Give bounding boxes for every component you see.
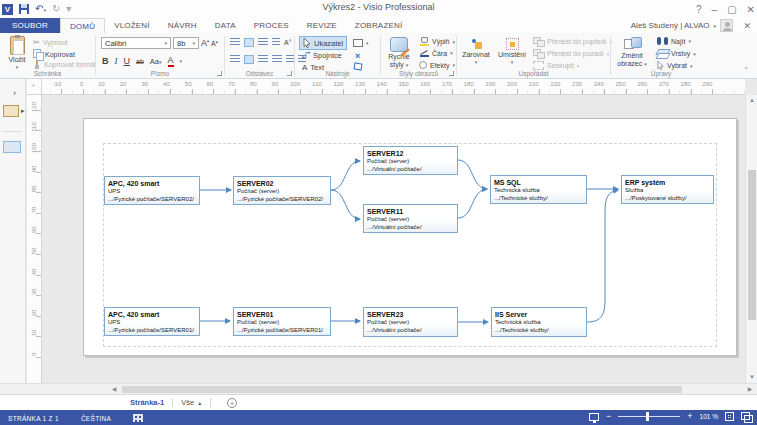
tab-navrh[interactable]: NÁVRH bbox=[159, 18, 206, 33]
connector-server02-to-server12[interactable] bbox=[331, 161, 360, 190]
connector-server11-to-ms-sql[interactable] bbox=[458, 189, 487, 218]
macro-record-icon[interactable] bbox=[133, 414, 143, 422]
align-center-icon[interactable] bbox=[244, 55, 254, 64]
diagram-node-server11[interactable]: SERVER11 Počítač (server) .../Virtuální … bbox=[363, 204, 458, 233]
connector-server02-to-server11[interactable] bbox=[331, 190, 360, 219]
tab-zobrazeni[interactable]: ZOBRAZENÍ bbox=[346, 18, 412, 33]
close-document-icon[interactable]: ✕ bbox=[743, 21, 751, 31]
expand-shapes-panel-icon[interactable]: › bbox=[13, 88, 16, 98]
connection-point-tool-button[interactable]: × bbox=[355, 51, 360, 61]
change-shape-button[interactable]: Změnit obrazec ▾ bbox=[613, 37, 651, 67]
grow-font-icon[interactable]: A▴ bbox=[201, 38, 209, 48]
language-indicator[interactable]: ČEŠTINA bbox=[81, 415, 111, 422]
bullets-icon[interactable] bbox=[272, 38, 280, 47]
tab-proces[interactable]: PROCES bbox=[245, 18, 298, 33]
diagram-node-apc-top[interactable]: APC, 420 smart UPS .../Fyzické počítače/… bbox=[104, 176, 200, 205]
shrink-font-icon[interactable]: A▴ bbox=[211, 39, 218, 47]
close-icon[interactable]: ✕ bbox=[747, 4, 755, 15]
fit-page-icon[interactable] bbox=[725, 412, 734, 421]
font-size-select[interactable]: 8b▾ bbox=[173, 37, 199, 49]
align-right-icon[interactable] bbox=[258, 55, 268, 64]
ribbon: Vložit▾ ✂Vyjmout Kopírovat Kopírovat for… bbox=[0, 33, 757, 79]
diagram-node-server01[interactable]: SERVER01 Počítač (server) .../Fyzické po… bbox=[233, 307, 331, 336]
decrease-indent-icon[interactable] bbox=[286, 55, 294, 64]
font-dialog-launcher[interactable] bbox=[217, 71, 222, 76]
font-family-select[interactable]: Calibri▾ bbox=[101, 37, 171, 49]
connector-iis-to-erp[interactable] bbox=[587, 190, 618, 322]
find-button[interactable]: Najít▾ bbox=[657, 37, 691, 45]
drawing-canvas[interactable]: APC, 420 smart UPS .../Fyzické počítače/… bbox=[42, 95, 745, 383]
change-case-button[interactable]: Aa▾ bbox=[150, 57, 162, 66]
tab-domu[interactable]: DOMŮ bbox=[60, 18, 105, 33]
node-title: SERVER11 bbox=[367, 207, 454, 216]
switch-windows-icon[interactable] bbox=[741, 412, 751, 421]
paste-button[interactable]: Vložit▾ bbox=[4, 36, 30, 70]
pointer-tool-button[interactable]: Ukazatel bbox=[299, 36, 347, 50]
vertical-scrollbar[interactable]: ▲ ▼ bbox=[745, 95, 757, 383]
zoom-out-button[interactable]: − bbox=[606, 412, 611, 421]
align-middle-icon[interactable] bbox=[244, 38, 254, 47]
tab-revize[interactable]: REVIZE bbox=[298, 18, 346, 33]
text-direction-icon[interactable]: A° bbox=[284, 39, 291, 46]
diagram-node-iis[interactable]: IIS Server Technická služba .../Technick… bbox=[491, 307, 587, 337]
page-tab-stranka-1[interactable]: Stránka-1 bbox=[130, 398, 164, 407]
copy-button[interactable]: Kopírovat bbox=[33, 49, 75, 59]
minimize-icon[interactable]: – bbox=[712, 4, 718, 15]
rectangle-tool-button[interactable]: ▾ bbox=[353, 39, 369, 47]
help-icon[interactable]: ? bbox=[696, 4, 702, 15]
bold-button[interactable]: B bbox=[102, 56, 109, 66]
horizontal-scrollbar[interactable]: ◀ ▶ bbox=[0, 383, 757, 394]
tab-data[interactable]: DATA bbox=[206, 18, 245, 33]
align-bottom-icon[interactable] bbox=[258, 38, 268, 47]
diagram-node-server02[interactable]: SERVER02 Počítač (server) .../Fyzické po… bbox=[233, 176, 331, 205]
horizontal-scroll-thumb[interactable] bbox=[122, 386, 682, 393]
underline-button[interactable]: U bbox=[124, 56, 131, 66]
add-page-button[interactable]: + bbox=[227, 398, 237, 408]
shape-master-thumbnail[interactable] bbox=[3, 141, 21, 153]
diagram-node-server23[interactable]: SERVER23 Počítač (server) .../Virtuální … bbox=[363, 307, 458, 337]
align-button[interactable]: Zarovnat▾ bbox=[459, 38, 493, 65]
tab-vlozeni[interactable]: VLOŽENÍ bbox=[105, 18, 159, 33]
all-pages-button[interactable]: Vše bbox=[181, 398, 194, 407]
format-painter-button: Kopírovat formát bbox=[33, 60, 96, 69]
diagram-node-erp[interactable]: ERP systém Služba .../Poskytované služby… bbox=[621, 175, 714, 204]
fill-button[interactable]: Výplň▾ bbox=[419, 37, 455, 46]
strikethrough-button[interactable]: ab bbox=[136, 58, 144, 65]
chevron-up-icon: ▲ bbox=[197, 400, 202, 406]
zoom-slider[interactable] bbox=[618, 416, 680, 417]
quick-styles-button[interactable]: Rychlé styly ▾ bbox=[383, 37, 415, 68]
page-indicator[interactable]: STRÁNKA 1 Z 1 bbox=[8, 415, 59, 422]
diagram-node-apc-bottom[interactable]: APC, 420 smart UPS .../Fyzické počítače/… bbox=[104, 307, 200, 336]
position-button[interactable]: Umístění▾ bbox=[495, 38, 529, 65]
text-block-tool-button[interactable] bbox=[354, 63, 362, 70]
italic-button[interactable]: I bbox=[115, 56, 118, 66]
vertical-scroll-thumb[interactable] bbox=[748, 170, 756, 320]
maximize-icon[interactable]: ▢ bbox=[727, 4, 736, 15]
justify-icon[interactable] bbox=[272, 55, 282, 64]
font-color-button[interactable]: A bbox=[168, 55, 174, 67]
connector-server12-to-ms-sql[interactable] bbox=[458, 160, 487, 189]
line-button[interactable]: Čára▾ bbox=[419, 49, 453, 57]
effects-button[interactable]: Efekty▾ bbox=[419, 61, 455, 69]
zoom-in-button[interactable]: + bbox=[687, 412, 692, 421]
align-top-icon[interactable] bbox=[230, 38, 240, 47]
layers-button[interactable]: Vrstvy▾ bbox=[657, 49, 696, 58]
diagram-node-server12[interactable]: SERVER12 Počítač (server) .../Virtuální … bbox=[363, 146, 458, 175]
scroll-down-icon[interactable]: ▼ bbox=[746, 372, 757, 383]
select-button[interactable]: Vybrat▾ bbox=[657, 61, 693, 70]
paragraph-dialog-launcher[interactable] bbox=[287, 71, 292, 76]
connector-tool-button[interactable]: Spojnice bbox=[299, 49, 345, 61]
collapse-ribbon-icon[interactable]: ⌃ bbox=[743, 66, 749, 74]
node-path: .../Virtuální počítače/ bbox=[367, 327, 454, 335]
font-color-caret[interactable]: ▾ bbox=[180, 58, 183, 64]
align-left-icon[interactable] bbox=[230, 55, 240, 64]
diagram-node-ms-sql[interactable]: MS SQL Technická služba .../Technické sl… bbox=[490, 175, 587, 204]
account-menu[interactable]: Aleš Studený | ALVAO ▾ bbox=[631, 19, 733, 32]
presentation-mode-icon[interactable] bbox=[589, 413, 599, 421]
shapes-window-icon[interactable] bbox=[3, 105, 19, 117]
shape-styles-dialog-launcher[interactable] bbox=[449, 71, 454, 76]
tab-soubor[interactable]: SOUBOR bbox=[0, 18, 60, 33]
zoom-level[interactable]: 101 % bbox=[700, 413, 718, 420]
scroll-up-icon[interactable]: ▲ bbox=[746, 95, 757, 106]
zoom-slider-thumb[interactable] bbox=[646, 412, 649, 421]
